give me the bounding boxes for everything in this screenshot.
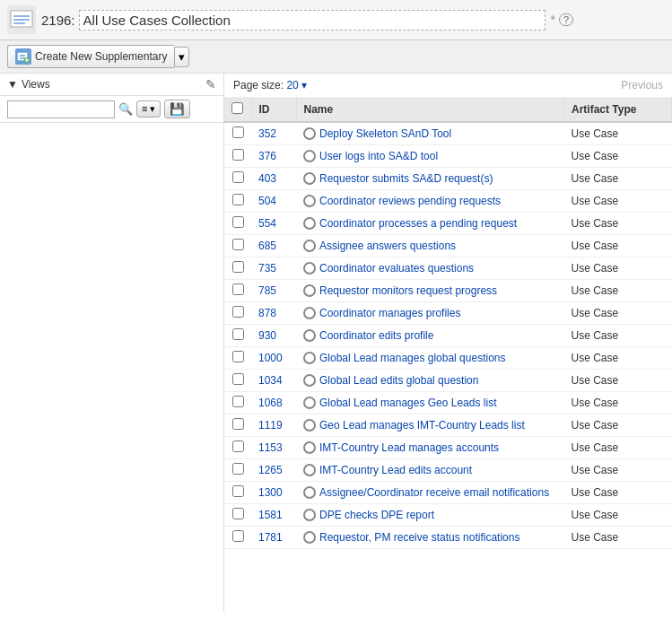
row-artifact-type: Use Case bbox=[564, 168, 672, 190]
row-name-link[interactable]: User logs into SA&D tool bbox=[319, 150, 438, 162]
row-id-link[interactable]: 1068 bbox=[258, 397, 283, 409]
search-button[interactable]: 🔍 bbox=[118, 102, 133, 116]
row-id-link[interactable]: 735 bbox=[258, 262, 276, 275]
table-row: 352Deploy Skeleton SAnD ToolUse Case bbox=[224, 122, 672, 145]
row-checkbox[interactable] bbox=[232, 463, 244, 475]
row-id-link[interactable]: 554 bbox=[258, 217, 276, 230]
row-name-link[interactable]: Geo Lead manages IMT-Country Leads list bbox=[319, 419, 525, 432]
row-id-link[interactable]: 1034 bbox=[258, 374, 283, 387]
table-row: 554Coordinator processes a pending reque… bbox=[224, 213, 672, 235]
pagination-previous[interactable]: Previous bbox=[621, 79, 663, 92]
use-case-icon bbox=[303, 329, 316, 342]
row-checkbox[interactable] bbox=[232, 171, 244, 183]
row-artifact-type: Use Case bbox=[564, 257, 672, 280]
row-checkbox[interactable] bbox=[232, 351, 244, 362]
search-row: 🔍 ≡ ▾ 💾 bbox=[0, 96, 223, 123]
row-id-link[interactable]: 1581 bbox=[258, 509, 283, 521]
artifact-title-input[interactable] bbox=[79, 10, 545, 31]
use-case-icon bbox=[303, 419, 316, 432]
row-checkbox[interactable] bbox=[232, 239, 244, 250]
page-size-value[interactable]: 20 ▾ bbox=[286, 79, 307, 92]
row-checkbox[interactable] bbox=[232, 396, 244, 407]
col-name-header: Name bbox=[296, 98, 564, 122]
row-checkbox[interactable] bbox=[232, 328, 244, 340]
row-id-link[interactable]: 352 bbox=[258, 127, 276, 140]
row-checkbox[interactable] bbox=[232, 418, 244, 430]
row-id-link[interactable]: 504 bbox=[258, 195, 276, 207]
row-id-link[interactable]: 376 bbox=[258, 150, 276, 162]
row-checkbox[interactable] bbox=[232, 306, 244, 318]
row-name-link[interactable]: Coordinator manages profiles bbox=[319, 307, 460, 319]
row-name-link[interactable]: Deploy Skeleton SAnD Tool bbox=[319, 127, 451, 140]
row-name-link[interactable]: DPE checks DPE report bbox=[319, 509, 434, 521]
star-icon[interactable]: * bbox=[551, 13, 555, 27]
row-id-link[interactable]: 1153 bbox=[258, 441, 283, 454]
row-name-link[interactable]: Global Lead manages global questions bbox=[319, 352, 505, 364]
content-area: Page size: 20 ▾ Previous ID Name Artifac… bbox=[224, 74, 672, 612]
row-checkbox[interactable] bbox=[232, 485, 244, 497]
table-row: 1153IMT-Country Lead manages accountsUse… bbox=[224, 437, 672, 459]
row-name-link[interactable]: Coordinator evaluates questions bbox=[319, 262, 474, 275]
views-edit-icon[interactable]: ✎ bbox=[205, 77, 216, 92]
row-name-link[interactable]: Assignee/Coordinator receive email notif… bbox=[319, 486, 549, 499]
row-checkbox[interactable] bbox=[232, 530, 244, 542]
use-case-icon bbox=[303, 486, 316, 499]
row-name-link[interactable]: Requestor submits SA&D request(s) bbox=[319, 172, 493, 185]
row-checkbox[interactable] bbox=[232, 194, 244, 205]
row-checkbox[interactable] bbox=[232, 149, 244, 161]
use-case-icon bbox=[303, 127, 316, 140]
row-checkbox[interactable] bbox=[232, 261, 244, 273]
help-icon[interactable]: ? bbox=[559, 13, 573, 26]
row-id-link[interactable]: 1265 bbox=[258, 464, 283, 476]
table-row: 1068Global Lead manages Geo Leads listUs… bbox=[224, 392, 672, 414]
row-checkbox[interactable] bbox=[232, 373, 244, 385]
row-id-link[interactable]: 1300 bbox=[258, 486, 283, 499]
row-id-link[interactable]: 785 bbox=[258, 284, 276, 297]
row-id-link[interactable]: 1000 bbox=[258, 352, 283, 364]
row-artifact-type: Use Case bbox=[564, 325, 672, 347]
table-body: 352Deploy Skeleton SAnD ToolUse Case376U… bbox=[224, 122, 672, 549]
row-name-link[interactable]: Global Lead manages Geo Leads list bbox=[319, 397, 496, 409]
row-name-link[interactable]: Coordinator reviews pending requests bbox=[319, 195, 501, 207]
use-case-icon bbox=[303, 374, 316, 387]
row-id-link[interactable]: 685 bbox=[258, 240, 276, 252]
row-id-link[interactable]: 403 bbox=[258, 172, 276, 185]
row-name-link[interactable]: Assignee answers questions bbox=[319, 240, 456, 252]
save-view-button[interactable]: 💾 bbox=[164, 100, 190, 118]
create-new-button[interactable]: Create New Supplementary bbox=[7, 45, 174, 68]
row-name-link[interactable]: Requestor, PM receive status notificatio… bbox=[319, 531, 519, 544]
row-artifact-type: Use Case bbox=[564, 145, 672, 168]
row-checkbox[interactable] bbox=[232, 508, 244, 519]
views-triangle-icon: ▼ bbox=[7, 78, 18, 91]
row-name-link[interactable]: IMT-Country Lead edits account bbox=[319, 464, 472, 476]
row-checkbox[interactable] bbox=[232, 216, 244, 228]
use-case-icon bbox=[303, 352, 316, 364]
use-case-icon bbox=[303, 397, 316, 409]
row-id-link[interactable]: 1119 bbox=[258, 419, 283, 432]
row-checkbox[interactable] bbox=[232, 283, 244, 295]
row-id-link[interactable]: 1781 bbox=[258, 531, 283, 544]
use-case-icon bbox=[303, 195, 316, 207]
create-dropdown-button[interactable]: ▾ bbox=[174, 47, 189, 67]
table-row: 930Coordinator edits profileUse Case bbox=[224, 325, 672, 347]
row-id-link[interactable]: 878 bbox=[258, 307, 276, 319]
col-id-header: ID bbox=[251, 98, 296, 122]
row-name-link[interactable]: Coordinator processes a pending request bbox=[319, 217, 517, 230]
row-name-link[interactable]: IMT-Country Lead manages accounts bbox=[319, 441, 499, 454]
row-artifact-type: Use Case bbox=[564, 190, 672, 213]
select-all-checkbox[interactable] bbox=[231, 102, 243, 114]
use-case-icon bbox=[303, 441, 316, 454]
artifact-id: 2196: bbox=[41, 13, 75, 28]
row-name-link[interactable]: Requestor monitors request progress bbox=[319, 284, 497, 297]
row-artifact-type: Use Case bbox=[564, 392, 672, 414]
row-name-link[interactable]: Global Lead edits global question bbox=[319, 374, 478, 387]
row-artifact-type: Use Case bbox=[564, 504, 672, 527]
table-header-row: ID Name Artifact Type bbox=[224, 98, 672, 122]
row-checkbox[interactable] bbox=[232, 126, 244, 138]
row-artifact-type: Use Case bbox=[564, 213, 672, 235]
list-view-button[interactable]: ≡ ▾ bbox=[136, 100, 161, 118]
search-input[interactable] bbox=[7, 100, 115, 118]
row-checkbox[interactable] bbox=[232, 440, 244, 452]
row-id-link[interactable]: 930 bbox=[258, 329, 276, 342]
row-name-link[interactable]: Coordinator edits profile bbox=[319, 329, 433, 342]
